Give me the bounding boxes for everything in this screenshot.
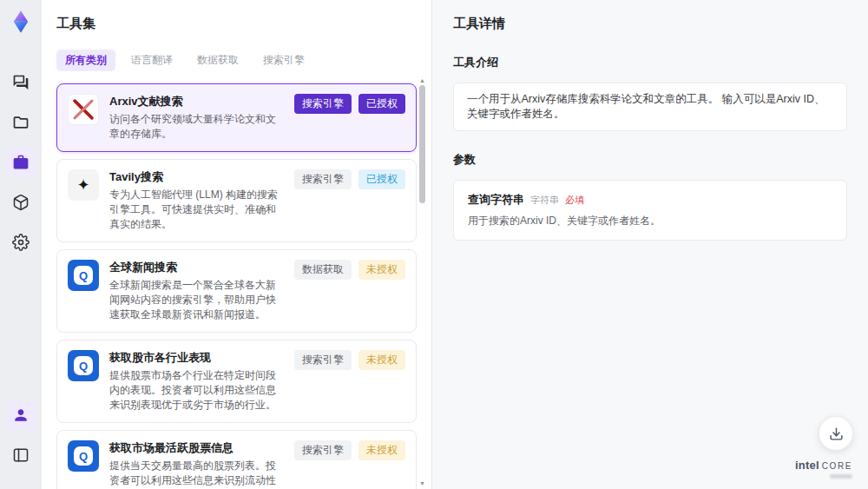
download-button[interactable] — [819, 416, 853, 451]
tool-name: 获取市场最活跃股票信息 — [109, 440, 284, 456]
folder-icon — [12, 114, 30, 131]
intel-logo-subscript — [830, 474, 852, 479]
tool-card[interactable]: Arxiv文献搜索 访问各个研究领域大量科学论文和文章的存储库。 搜索引擎 已授… — [56, 83, 417, 152]
scrollbar-thumb[interactable] — [419, 85, 425, 203]
parameter-name: 查询字符串 — [468, 192, 524, 208]
app-window: 工具集 所有类别 语言翻译 数据获取 搜索引擎 Arxiv文献搜索 访问各个研究… — [0, 0, 868, 489]
app-logo-icon — [6, 7, 36, 36]
rail-button-panel-toggle-icon[interactable] — [6, 440, 36, 470]
category-tab-3[interactable]: 搜索引擎 — [254, 50, 313, 71]
sparkle-icon: ✦ — [68, 169, 99, 201]
tool-description: 提供股票市场各个行业在特定时间段内的表现。投资者可以利用这些信息来识别表现优于或… — [109, 368, 284, 413]
tool-auth-badge: 已授权 — [358, 94, 405, 114]
scroll-down-icon[interactable]: ▼ — [418, 479, 426, 487]
core-wordmark: CORE — [822, 461, 852, 471]
tool-list-panel: 工具集 所有类别 语言翻译 数据获取 搜索引擎 Arxiv文献搜索 访问各个研究… — [42, 0, 431, 489]
tool-auth-badge: 未授权 — [358, 440, 405, 460]
rail-button-user-icon[interactable] — [6, 400, 36, 430]
user-icon — [12, 406, 30, 424]
parameter-required-badge: 必填 — [565, 194, 584, 207]
intel-core-logo: intelCORE — [795, 457, 852, 479]
panel-toggle-icon — [12, 446, 30, 464]
settings-icon — [12, 234, 30, 251]
intro-heading: 工具介绍 — [453, 55, 847, 70]
tool-auth-badge: 未授权 — [358, 260, 405, 280]
params-heading: 参数 — [453, 152, 847, 168]
tool-card[interactable]: Q 获取市场最活跃股票信息 提供当天交易量最高的股票列表。投资者可以利用这些信息… — [56, 430, 417, 489]
rail-button-settings-icon[interactable] — [6, 228, 36, 257]
tool-auth-badge: 已授权 — [358, 169, 405, 189]
scroll-up-icon[interactable]: ▲ — [418, 76, 426, 84]
tool-name: 获取股市各行业表现 — [109, 350, 284, 366]
category-tabs: 所有类别 语言翻译 数据获取 搜索引擎 — [56, 50, 431, 71]
cube-icon — [12, 194, 30, 211]
tool-name: Tavily搜索 — [109, 169, 284, 185]
parameter-type: 字符串 — [530, 194, 559, 207]
tool-description: 提供当天交易量最高的股票列表。投资者可以利用这些信息来识别流动性强的股票和潜在的… — [109, 459, 284, 489]
page-title: 工具集 — [56, 16, 431, 32]
rail-button-chat-icon[interactable] — [6, 68, 36, 97]
tool-description: 全球新闻搜索是一个聚合全球各大新闻网站内容的搜索引擎，帮助用户快速获取全球最新资… — [109, 278, 284, 322]
tool-category-tag: 搜索引擎 — [294, 350, 352, 370]
tool-card[interactable]: Q 全球新闻搜索 全球新闻搜索是一个聚合全球各大新闻网站内容的搜索引擎，帮助用户… — [56, 249, 417, 333]
globe-news-icon: Q — [68, 440, 99, 472]
globe-news-icon: Q — [68, 350, 99, 381]
intel-wordmark: intel — [795, 459, 819, 472]
parameter-card: 查询字符串 字符串 必填 用于搜索的Arxiv ID、关键字或作者姓名。 — [453, 180, 847, 241]
tool-intro-text: 一个用于从Arxiv存储库搜索科学论文和文章的工具。 输入可以是Arxiv ID… — [453, 83, 847, 131]
tool-card-list: Arxiv文献搜索 访问各个研究领域大量科学论文和文章的存储库。 搜索引擎 已授… — [56, 83, 417, 489]
category-tab-2[interactable]: 数据获取 — [188, 50, 247, 71]
list-scrollbar[interactable]: ▲ ▼ — [418, 76, 426, 489]
category-tab-1[interactable]: 语言翻译 — [122, 50, 181, 71]
tool-category-tag: 搜索引擎 — [294, 440, 352, 460]
tool-card[interactable]: ✦ Tavily搜索 专为人工智能代理 (LLM) 构建的搜索引擎工具。可快速提… — [56, 159, 417, 242]
tool-category-tag: 搜索引擎 — [294, 169, 352, 189]
arxiv-logo-icon — [68, 94, 99, 125]
tool-name: 全球新闻搜索 — [109, 260, 284, 275]
tool-description: 访问各个研究领域大量科学论文和文章的存储库。 — [109, 112, 284, 142]
tool-description: 专为人工智能代理 (LLM) 构建的搜索引擎工具。可快速提供实时、准确和真实的结… — [109, 188, 284, 232]
tool-detail-panel: 工具详情 工具介绍 一个用于从Arxiv存储库搜索科学论文和文章的工具。 输入可… — [431, 0, 868, 489]
tool-card[interactable]: Q 获取股市各行业表现 提供股票市场各个行业在特定时间段内的表现。投资者可以利用… — [56, 340, 417, 423]
download-icon — [829, 426, 844, 441]
chat-icon — [12, 74, 30, 91]
detail-title: 工具详情 — [453, 16, 847, 32]
tool-category-tag: 数据获取 — [294, 260, 352, 280]
toolbox-icon — [12, 154, 30, 171]
left-rail — [0, 0, 42, 489]
globe-news-icon: Q — [68, 260, 99, 291]
rail-button-toolbox-icon[interactable] — [6, 148, 36, 177]
rail-button-folder-icon[interactable] — [6, 108, 36, 137]
tool-auth-badge: 未授权 — [358, 350, 405, 370]
tool-name: Arxiv文献搜索 — [109, 94, 284, 109]
parameter-description: 用于搜索的Arxiv ID、关键字或作者姓名。 — [468, 214, 832, 228]
rail-button-cube-icon[interactable] — [6, 188, 36, 217]
tool-category-tag: 搜索引擎 — [294, 94, 352, 114]
category-tab-0[interactable]: 所有类别 — [56, 50, 115, 71]
